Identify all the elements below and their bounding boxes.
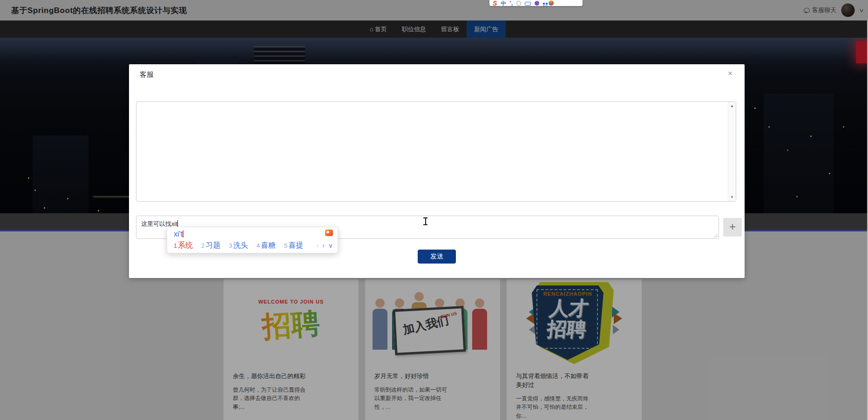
scroll-down-icon[interactable] [728, 195, 736, 199]
candidate-index: 1 [174, 242, 177, 249]
candidate-index: 4 [257, 242, 260, 249]
chat-scrollbar[interactable] [728, 102, 736, 201]
punctuation-icon[interactable]: ’, [509, 1, 513, 6]
ime-candidate-4[interactable]: 4喜糖 [257, 241, 276, 251]
ime-candidate-2[interactable]: 2习题 [201, 241, 220, 251]
expand-icon[interactable]: ∨ [328, 242, 333, 249]
candidate-word: 洗头 [233, 241, 248, 249]
sogou-logo-icon[interactable] [325, 230, 333, 236]
ime-composition: xi't [174, 230, 183, 238]
send-button[interactable]: 发送 [418, 250, 456, 264]
browser-sync-icon[interactable] [549, 0, 554, 6]
soft-keyboard-icon[interactable] [525, 2, 531, 6]
emoji-icon[interactable] [516, 1, 521, 6]
chinese-mode-icon[interactable]: 中 [501, 1, 506, 6]
toolbox-grid-icon[interactable] [543, 3, 545, 5]
candidate-index: 2 [201, 242, 204, 249]
page: 基于SpringBoot的在线招聘系统系统设计与实现 客服聊天 ∨ 首页 职位信… [0, 0, 868, 420]
attach-plus-button[interactable]: + [723, 218, 742, 237]
ime-candidate-popup: xi't 1系统 2习题 3洗头 4喜糖 5喜提 ‹ › ∨ [167, 227, 338, 253]
candidate-index: 5 [284, 242, 287, 249]
candidate-word: 喜糖 [261, 241, 276, 249]
ime-candidate-row: 1系统 2习题 3洗头 4喜糖 5喜提 [174, 241, 312, 251]
candidate-word: 喜提 [288, 241, 303, 249]
text-caret [177, 220, 178, 227]
close-icon[interactable]: × [728, 69, 732, 78]
ime-toolbar: S 中 ’, [489, 0, 583, 6]
modal-title: 客服 [140, 70, 154, 79]
input-composition: xit [171, 220, 177, 227]
ime-caret [183, 230, 183, 237]
resize-grip[interactable] [713, 233, 718, 237]
sogou-logo-icon[interactable]: S [493, 1, 497, 6]
ime-candidate-1[interactable]: 1系统 [174, 241, 193, 251]
chat-history-box[interactable] [136, 102, 736, 202]
candidate-index: 3 [229, 242, 232, 249]
ime-candidate-3[interactable]: 3洗头 [229, 241, 248, 251]
candidate-word: 系统 [178, 241, 193, 249]
next-page-icon[interactable]: › [322, 242, 325, 249]
skin-icon[interactable] [535, 1, 539, 6]
prev-page-icon[interactable]: ‹ [316, 242, 319, 249]
ime-composition-text: xi't [174, 230, 183, 238]
scroll-up-icon[interactable] [728, 104, 736, 108]
ime-candidate-5[interactable]: 5喜提 [284, 241, 303, 251]
ime-pager: ‹ › ∨ [316, 242, 333, 249]
input-value: 这里可以找 [141, 220, 171, 227]
text-cursor [423, 217, 428, 225]
candidate-word: 习题 [205, 241, 220, 249]
